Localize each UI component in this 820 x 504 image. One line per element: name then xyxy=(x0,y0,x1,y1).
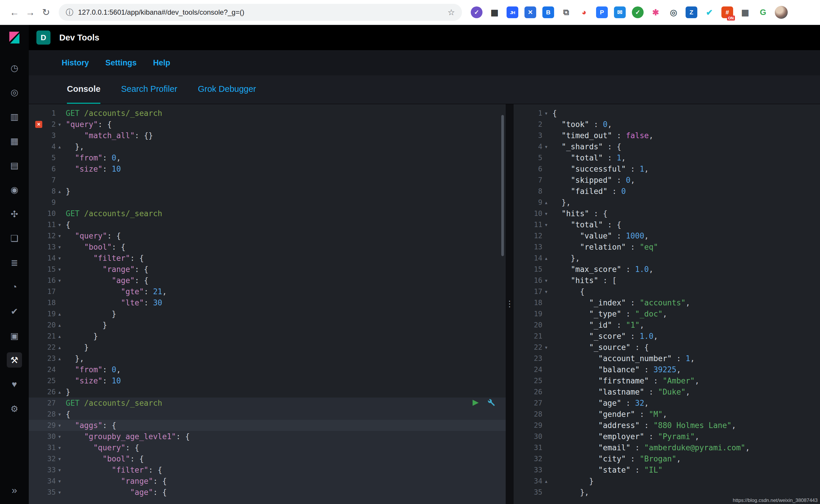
code-line[interactable]: 17▾ { xyxy=(514,286,820,297)
extension-mail-icon[interactable]: ✉ xyxy=(614,6,626,18)
code-line[interactable]: 29 "address" : "880 Holmes Lane", xyxy=(514,420,820,431)
fold-toggle-icon[interactable]: ▾ xyxy=(56,423,63,428)
send-request-button[interactable]: ▶ xyxy=(473,398,479,407)
code-line[interactable]: 1▾{ xyxy=(514,108,820,119)
fold-toggle-icon[interactable]: ▾ xyxy=(56,467,63,473)
fold-toggle-icon[interactable]: ▾ xyxy=(56,244,63,250)
response-pane[interactable]: 1▾{2 "took" : 0,3 "timed_out" : false,4▾… xyxy=(514,104,820,504)
extension-color-wheel-icon[interactable]: ◕ xyxy=(578,6,590,18)
code-line[interactable]: 9 xyxy=(29,197,506,208)
code-line[interactable]: 24 "balance" : 39225, xyxy=(514,364,820,375)
fold-toggle-icon[interactable]: ▾ xyxy=(56,434,63,439)
kibana-logo[interactable] xyxy=(0,25,29,50)
resize-handle[interactable]: ⋮ xyxy=(506,299,514,309)
fold-toggle-icon[interactable]: ▴ xyxy=(542,478,550,484)
code-line[interactable]: 22▴ } xyxy=(29,342,506,353)
fold-toggle-icon[interactable]: ▾ xyxy=(56,456,63,462)
back-button[interactable]: ← xyxy=(6,4,22,20)
code-line[interactable]: 31▾ "query": { xyxy=(29,442,506,453)
tab-search-profiler[interactable]: Search Profiler xyxy=(121,75,177,104)
code-line[interactable]: 23▴ }, xyxy=(29,353,506,364)
code-line[interactable]: 19▴ } xyxy=(29,308,506,319)
fold-toggle-icon[interactable]: ▴ xyxy=(56,311,63,317)
fold-toggle-icon[interactable]: ▾ xyxy=(542,211,550,217)
sidebar-item-siem[interactable]: ▣ xyxy=(7,328,22,343)
code-line[interactable]: 15▾ "range": { xyxy=(29,264,506,275)
code-line[interactable]: 8▴} xyxy=(29,186,506,197)
code-line[interactable]: 7 "skipped" : 0, xyxy=(514,175,820,186)
reload-button[interactable]: ↻ xyxy=(38,4,54,20)
code-line[interactable]: 35▾ "age": { xyxy=(29,487,506,498)
code-line[interactable]: 12 "value" : 1000, xyxy=(514,230,820,241)
extension-pink-key-icon[interactable]: ✱ xyxy=(650,6,662,18)
code-line[interactable]: 10▾ "hits" : { xyxy=(514,208,820,219)
extension-z-logo-icon[interactable]: Z xyxy=(686,6,697,18)
fold-toggle-icon[interactable]: ▴ xyxy=(56,189,63,194)
fold-toggle-icon[interactable]: ▾ xyxy=(542,345,550,350)
sidebar-item-discover[interactable]: ◎ xyxy=(7,84,22,100)
editor-scrollbar[interactable] xyxy=(501,115,504,256)
code-line[interactable]: 27GET /accounts/_search xyxy=(29,398,506,409)
code-line[interactable]: 15 "max_score" : 1.0, xyxy=(514,264,820,275)
tab-console[interactable]: Console xyxy=(67,75,100,104)
code-line[interactable]: 30 "employer" : "Pyrami", xyxy=(514,431,820,442)
code-line[interactable]: 16▾ "age": { xyxy=(29,275,506,286)
code-line[interactable]: 1GET /accounts/_search xyxy=(29,108,506,119)
fold-toggle-icon[interactable]: ▴ xyxy=(56,334,63,339)
sidebar-collapse-button[interactable]: » xyxy=(12,478,17,504)
extension-g-logo-icon[interactable]: G xyxy=(757,6,769,18)
code-line[interactable]: 22▾ "_source" : { xyxy=(514,342,820,353)
code-line[interactable]: 7 xyxy=(29,175,506,186)
sidebar-item-uptime[interactable]: ✔ xyxy=(7,304,22,319)
fold-toggle-icon[interactable]: ▴ xyxy=(56,144,63,150)
code-line[interactable]: 14▴ }, xyxy=(514,253,820,264)
code-line[interactable]: 32 "city" : "Brogan", xyxy=(514,453,820,464)
code-line[interactable]: 21▴ } xyxy=(29,331,506,342)
code-line[interactable]: 12▾ "query": { xyxy=(29,230,506,241)
tab-grok-debugger[interactable]: Grok Debugger xyxy=(198,75,256,104)
code-line[interactable]: 28▾{ xyxy=(29,409,506,420)
extension-purple-check-icon[interactable]: ✓ xyxy=(471,6,483,18)
fold-toggle-icon[interactable]: ▴ xyxy=(56,389,63,395)
request-editor-pane[interactable]: 1GET /accounts/_search✕2▾"query": {3 "ma… xyxy=(29,104,506,504)
sidebar-item-apm[interactable]: ◔ xyxy=(7,279,22,295)
site-info-icon[interactable]: ⓘ xyxy=(66,7,73,18)
code-line[interactable]: 18 "lte": 30 xyxy=(29,297,506,308)
code-line[interactable]: 32▾ "bool": { xyxy=(29,453,506,464)
code-line[interactable]: 35 }, xyxy=(514,487,820,498)
code-line[interactable]: 18 "_index" : "accounts", xyxy=(514,297,820,308)
extension-dark-ring-icon[interactable]: ◎ xyxy=(668,6,679,18)
fold-toggle-icon[interactable]: ▴ xyxy=(542,256,550,261)
code-line[interactable]: 24 "from": 0, xyxy=(29,364,506,375)
code-line[interactable]: 28 "gender" : "M", xyxy=(514,409,820,420)
code-line[interactable]: 20▴ } xyxy=(29,319,506,331)
code-line[interactable]: 10GET /accounts/_search xyxy=(29,208,506,219)
code-line[interactable]: 13 "relation" : "eq" xyxy=(514,241,820,253)
sidebar-item-monitoring[interactable]: ♥ xyxy=(7,377,22,392)
sidebar-item-dashboard[interactable]: ▦ xyxy=(7,133,22,148)
code-line[interactable]: 30▾ "groupby_age_levle1": { xyxy=(29,431,506,442)
code-line[interactable]: 34▾ "range": { xyxy=(29,476,506,487)
request-options-wrench-icon[interactable] xyxy=(486,398,495,407)
extension-qr-code-icon[interactable]: ▦ xyxy=(489,6,501,18)
fold-toggle-icon[interactable]: ▾ xyxy=(542,222,550,228)
sidebar-item-timelion[interactable]: ▤ xyxy=(7,158,22,173)
code-line[interactable]: 4▾ "_shards" : { xyxy=(514,141,820,152)
code-line[interactable]: 26 "lastname" : "Duke", xyxy=(514,386,820,398)
code-line[interactable]: 11▾ "total" : { xyxy=(514,219,820,230)
code-line[interactable]: 23 "account_number" : 1, xyxy=(514,353,820,364)
code-line[interactable]: 13▾ "bool": { xyxy=(29,241,506,253)
code-line[interactable]: 26▴} xyxy=(29,386,506,398)
code-line[interactable]: 6 "size": 10 xyxy=(29,163,506,175)
sidebar-item-dev-tools[interactable]: ⚒ xyxy=(7,352,22,368)
fold-toggle-icon[interactable]: ▾ xyxy=(56,233,63,239)
forward-button[interactable]: → xyxy=(22,4,38,20)
extension-jh-icon[interactable]: JH xyxy=(507,6,518,18)
code-line[interactable]: 5 "from": 0, xyxy=(29,152,506,163)
extension-x-logo-icon[interactable]: ✕ xyxy=(525,6,536,18)
code-line[interactable]: 25 "size": 10 xyxy=(29,375,506,386)
fold-toggle-icon[interactable]: ▾ xyxy=(56,256,63,261)
nav-link-history[interactable]: History xyxy=(62,58,89,67)
fold-toggle-icon[interactable]: ▾ xyxy=(542,144,550,150)
code-line[interactable]: 3 "timed_out" : false, xyxy=(514,130,820,141)
